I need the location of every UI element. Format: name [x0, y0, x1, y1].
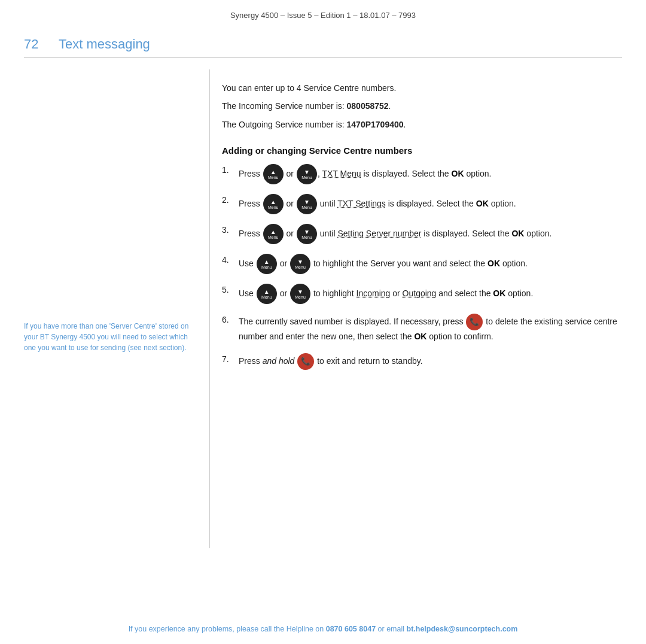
step-2: 2. Press ▲ Menu or ▼ Menu until TXT Sett… — [222, 194, 622, 214]
ok-label-6: OK — [414, 332, 426, 341]
menu-up-icon-3: ▲ Menu — [263, 224, 284, 244]
section-title: Text messaging — [59, 37, 150, 52]
red-btn-6: 📞 — [466, 314, 483, 330]
ok-label-3: OK — [511, 229, 524, 238]
footer-email: bt.helpdesk@suncorptech.com — [407, 625, 518, 633]
sidebar-note: If you have more than one 'Server Centre… — [24, 322, 188, 352]
incoming-label: Incoming — [356, 288, 391, 298]
step-1: 1. Press ▲ Menu or ▼ Menu , TXT Menu is … — [222, 164, 622, 184]
step-6-num: 6. — [222, 314, 239, 344]
menu-down-icon-1: ▼ Menu — [297, 164, 317, 184]
intro-line-1: You can enter up to 4 Service Centre num… — [222, 81, 622, 95]
menu-down-icon-3: ▼ Menu — [297, 224, 317, 244]
intro-line-2: The Incoming Service number is: 08005875… — [222, 99, 622, 113]
red-btn-7: 📞 — [297, 353, 314, 370]
ok-label-5: OK — [493, 288, 505, 298]
step-1-body: Press ▲ Menu or ▼ Menu , TXT Menu is dis… — [239, 164, 622, 184]
step-6-body: The currently saved number is displayed.… — [239, 314, 622, 344]
step-7: 7. Press and hold 📞 to exit and return t… — [222, 353, 622, 370]
steps-list: 1. Press ▲ Menu or ▼ Menu , TXT Menu is … — [222, 164, 622, 370]
section-header: 72 Text messaging — [0, 26, 646, 52]
step-3-body: Press ▲ Menu or ▼ Menu until Setting Ser… — [239, 224, 622, 244]
step-3-num: 3. — [222, 224, 239, 244]
step-4-body: Use ▲ Menu or ▼ Menu to highlight the Se… — [239, 254, 622, 274]
menu-down-icon-4: ▼ Menu — [290, 254, 310, 274]
step-5-num: 5. — [222, 284, 239, 304]
subheading: Adding or changing Service Centre number… — [222, 145, 622, 156]
txt-settings-label: TXT Settings — [337, 199, 386, 208]
menu-up-icon-5: ▲ Menu — [257, 284, 277, 304]
step-7-body: Press and hold 📞 to exit and return to s… — [239, 353, 622, 370]
menu-up-icon-1: ▲ Menu — [263, 164, 284, 184]
ok-label-1: OK — [452, 169, 464, 178]
footer-or: or email — [376, 625, 406, 633]
and-hold-text: and hold — [263, 356, 295, 366]
menu-up-icon-4: ▲ Menu — [257, 254, 277, 274]
step-5: 5. Use ▲ Menu or ▼ Menu to highlight Inc… — [222, 284, 622, 304]
ok-label-4: OK — [487, 259, 500, 268]
page-header: Synergy 4500 – Issue 5 – Edition 1 – 18.… — [0, 0, 646, 26]
incoming-number: 080058752 — [347, 101, 389, 111]
footer-text: If you experience any problems, please c… — [129, 625, 326, 633]
step-1-num: 1. — [222, 164, 239, 184]
step-5-body: Use ▲ Menu or ▼ Menu to highlight Incomi… — [239, 284, 622, 304]
outgoing-number: 1470P1709400 — [347, 120, 404, 129]
menu-down-icon-2: ▼ Menu — [297, 194, 317, 214]
section-number: 72 — [24, 37, 48, 52]
ok-label-2: OK — [476, 199, 489, 208]
outgoing-label: Outgoing — [403, 288, 437, 298]
step-2-num: 2. — [222, 194, 239, 214]
step-4-num: 4. — [222, 254, 239, 274]
step-2-body: Press ▲ Menu or ▼ Menu until TXT Setting… — [239, 194, 622, 214]
step-3: 3. Press ▲ Menu or ▼ Menu until Setting … — [222, 224, 622, 244]
step-4: 4. Use ▲ Menu or ▼ Menu to highlight the… — [222, 254, 622, 274]
page-footer: If you experience any problems, please c… — [0, 625, 646, 633]
intro-line-3: The Outgoing Service number is: 1470P170… — [222, 118, 622, 131]
step-7-num: 7. — [222, 353, 239, 370]
setting-server-label: Setting Server number — [337, 229, 421, 238]
left-sidebar: If you have more than one 'Server Centre… — [24, 69, 209, 548]
menu-up-icon-2: ▲ Menu — [263, 194, 284, 214]
right-content: You can enter up to 4 Service Centre num… — [209, 69, 622, 548]
content-area: If you have more than one 'Server Centre… — [0, 57, 646, 548]
footer-phone: 0870 605 8047 — [326, 625, 376, 633]
txt-menu-label: TXT Menu — [322, 169, 361, 178]
menu-down-icon-5: ▼ Menu — [290, 284, 310, 304]
header-text: Synergy 4500 – Issue 5 – Edition 1 – 18.… — [230, 11, 416, 20]
step-6: 6. The currently saved number is display… — [222, 314, 622, 344]
